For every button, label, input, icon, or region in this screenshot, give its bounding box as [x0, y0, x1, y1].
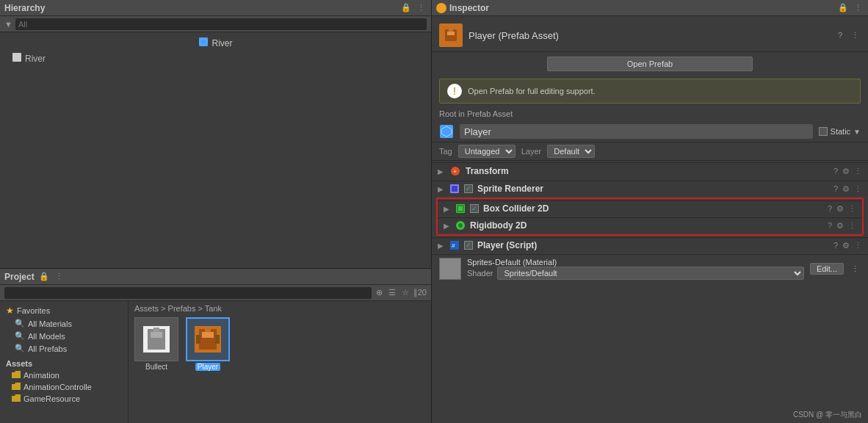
- svg-rect-6: [153, 328, 159, 332]
- player-thumbnail: [186, 317, 230, 361]
- player-script-header[interactable]: ▶ # ✓ Player (Script) ? ⚙ ⋮: [432, 237, 868, 253]
- sprite-renderer-component: ▶ ✓ Sprite Renderer ? ⚙ ⋮: [432, 181, 868, 196]
- sprite-arrow-icon: ▶: [438, 185, 445, 193]
- box-arrow-icon: ▶: [444, 205, 451, 213]
- all-materials-label: All Materials: [28, 319, 72, 328]
- sidebar-game-resource[interactable]: GameResource: [0, 393, 128, 405]
- sprite-settings-icon[interactable]: ⚙: [842, 184, 850, 194]
- sidebar-favorites[interactable]: ★ Favorites: [0, 304, 128, 317]
- folder-icon-1: [12, 371, 21, 380]
- star-icon[interactable]: ☆: [400, 288, 411, 297]
- warning-icon: !: [447, 84, 462, 98]
- rigidbody-label: Rigidbody 2D: [470, 220, 823, 231]
- hierarchy-child-item[interactable]: River: [0, 51, 431, 66]
- open-prefab-section: Open Prefab: [432, 52, 868, 76]
- sprite-renderer-checkbox[interactable]: ✓: [464, 184, 473, 193]
- layer-select[interactable]: Default: [547, 145, 595, 158]
- bullect-label: Bullect: [145, 363, 167, 371]
- lock-icon[interactable]: 🔒: [399, 3, 413, 12]
- svg-rect-9: [202, 332, 214, 338]
- transform-settings-icon[interactable]: ⚙: [842, 167, 850, 176]
- zoom-level: ∥20: [413, 288, 427, 297]
- breadcrumb-text: Assets > Prefabs > Tank: [134, 304, 222, 313]
- create-icon[interactable]: ⊕: [375, 288, 384, 297]
- script-help-icon[interactable]: ?: [833, 241, 838, 250]
- sidebar-all-models[interactable]: 🔍 All Models: [0, 330, 128, 342]
- sidebar-anim-controller[interactable]: AnimationControlle: [0, 381, 128, 393]
- transform-help-icon[interactable]: ?: [833, 167, 838, 176]
- folder-icon-2: [12, 383, 21, 391]
- hierarchy-content: River River: [0, 32, 431, 268]
- inspector-menu-icon[interactable]: ⋮: [853, 3, 864, 12]
- box-collider-checkbox[interactable]: ✓: [470, 204, 479, 213]
- hierarchy-menu-icon[interactable]: ⋮: [416, 3, 427, 12]
- open-prefab-button[interactable]: Open Prefab: [547, 57, 753, 71]
- warning-text: Open Prefab for full editing support.: [468, 87, 596, 95]
- sprite-menu-icon[interactable]: ⋮: [854, 184, 862, 194]
- shader-select[interactable]: Sprites/Default: [497, 267, 803, 280]
- animation-label: Animation: [23, 371, 59, 380]
- player-name-row: Static ▼: [432, 121, 868, 142]
- filter-icon[interactable]: ☰: [387, 288, 397, 297]
- white-cube-icon: [12, 52, 22, 65]
- asset-bullect[interactable]: Bullect: [134, 317, 178, 371]
- project-search-input[interactable]: [4, 287, 372, 299]
- asset-player[interactable]: Player: [186, 317, 230, 371]
- dropdown-icon[interactable]: ▼: [4, 20, 12, 29]
- hierarchy-root-item[interactable]: River: [0, 35, 431, 51]
- transform-header[interactable]: ▶ + Transform ? ⚙ ⋮: [432, 162, 868, 179]
- inspector-header-icon: [436, 3, 446, 13]
- sprite-renderer-icon: [449, 184, 460, 194]
- edit-material-button[interactable]: Edit...: [810, 263, 844, 275]
- box-collider-icon: [455, 203, 466, 214]
- sprite-renderer-header[interactable]: ▶ ✓ Sprite Renderer ? ⚙ ⋮: [432, 181, 868, 196]
- rigidbody-header[interactable]: ▶ Rigidbody 2D ? ⚙ ⋮: [438, 217, 862, 233]
- player-script-checkbox[interactable]: ✓: [464, 241, 473, 250]
- box-menu-icon[interactable]: ⋮: [848, 204, 856, 214]
- highlighted-components: ▶ ✓ Box Collider 2D ? ⚙ ⋮: [436, 198, 864, 236]
- transform-menu-icon[interactable]: ⋮: [854, 167, 862, 176]
- rigidbody-menu-icon[interactable]: ⋮: [848, 221, 856, 231]
- inspector-header: Inspector 🔒 ⋮: [432, 0, 868, 16]
- material-name: Sprites-Default (Material): [467, 258, 804, 267]
- project-menu-icon[interactable]: ⋮: [54, 272, 65, 281]
- tag-select[interactable]: Untagged: [458, 145, 516, 158]
- prefab-menu-icon[interactable]: ⋮: [850, 31, 861, 40]
- hierarchy-search-input[interactable]: [15, 18, 427, 30]
- svg-rect-0: [199, 37, 208, 46]
- static-check: Static ▼: [819, 127, 861, 136]
- sidebar-all-prefabs[interactable]: 🔍 All Prefabs: [0, 342, 128, 355]
- svg-rect-15: [447, 32, 455, 35]
- project-content: ★ Favorites 🔍 All Materials 🔍 All Models…: [0, 301, 431, 423]
- watermark: CSDN @ 零一与黑白: [793, 410, 862, 420]
- hierarchy-header: Hierarchy 🔒 ⋮: [0, 0, 431, 16]
- box-settings-icon[interactable]: ⚙: [836, 204, 844, 214]
- box-collider-header[interactable]: ▶ ✓ Box Collider 2D ? ⚙ ⋮: [438, 200, 862, 216]
- static-checkbox[interactable]: [819, 127, 828, 136]
- project-lock-icon[interactable]: 🔒: [37, 272, 51, 281]
- static-label: Static: [831, 127, 851, 136]
- breadcrumb: Assets > Prefabs > Tank: [134, 304, 425, 313]
- script-settings-icon[interactable]: ⚙: [842, 241, 850, 250]
- player-script-label: Player (Script): [477, 240, 829, 250]
- player-script-icon: #: [449, 240, 460, 250]
- player-name-input[interactable]: [460, 124, 813, 139]
- inspector-lock-icon[interactable]: 🔒: [836, 3, 850, 12]
- sprite-help-icon[interactable]: ?: [833, 184, 838, 193]
- svg-rect-10: [205, 328, 211, 332]
- rigidbody-settings-icon[interactable]: ⚙: [836, 221, 844, 231]
- layer-label: Layer: [521, 147, 542, 156]
- transform-arrow-icon: ▶: [438, 167, 445, 176]
- sidebar-animation[interactable]: Animation: [0, 369, 128, 381]
- static-dropdown-icon[interactable]: ▼: [853, 128, 861, 136]
- inspector-title: Inspector: [449, 3, 833, 13]
- prefab-help-icon[interactable]: ?: [836, 31, 844, 40]
- svg-rect-12: [215, 335, 220, 344]
- section-label: Root in Prefab Asset: [432, 106, 868, 121]
- script-menu-icon[interactable]: ⋮: [854, 241, 862, 250]
- rigidbody-help-icon[interactable]: ?: [828, 221, 832, 230]
- sidebar-all-materials[interactable]: 🔍 All Materials: [0, 317, 128, 330]
- sidebar-assets[interactable]: Assets: [0, 358, 128, 369]
- box-help-icon[interactable]: ?: [828, 204, 832, 213]
- material-menu-icon[interactable]: ⋮: [850, 264, 861, 274]
